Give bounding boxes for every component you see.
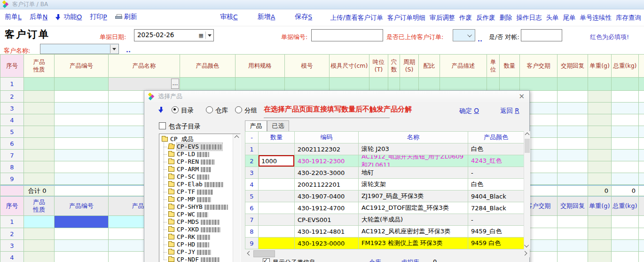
first-doc-button[interactable]: 头单 — [546, 14, 559, 22]
product-code: 430-1912-2300 — [295, 155, 359, 167]
table-row[interactable]: 420021122201滚轮支架白色 — [245, 179, 524, 191]
qty-cell[interactable] — [259, 202, 295, 214]
stock-query-button[interactable]: 库存查询 — [616, 14, 641, 22]
next-doc-button[interactable]: 后单N — [30, 13, 47, 21]
save-button[interactable]: 保存S — [295, 13, 312, 21]
qty-cell[interactable] — [259, 167, 295, 179]
scroll-right-icon[interactable] — [521, 250, 528, 257]
tree-item[interactable]: CP-XKD — [167, 226, 240, 233]
grid-cell — [588, 103, 612, 114]
grid-cell — [24, 216, 55, 228]
qty-cell[interactable] — [259, 179, 295, 191]
ok-button[interactable]: 确定 O — [459, 107, 479, 115]
void-button[interactable]: 作废 — [459, 14, 472, 22]
tree-item[interactable]: CP-WC — [167, 211, 240, 218]
scroll-up-icon[interactable] — [524, 131, 530, 138]
docno-input[interactable] — [311, 29, 383, 41]
qty-cell[interactable] — [259, 214, 295, 226]
tree-item[interactable]: CP-TF — [167, 188, 240, 196]
order-detail-button[interactable]: 客户订单明细 — [387, 14, 425, 22]
qty-cell[interactable] — [259, 226, 295, 238]
print-button[interactable]: 打印P — [90, 13, 107, 21]
radio-warehouse[interactable]: 仓库 — [206, 106, 228, 115]
uploaded-combo[interactable] — [453, 29, 475, 41]
tab-product[interactable]: 产品 — [245, 120, 267, 131]
tree-root-item[interactable]: CP 成品 — [161, 135, 240, 143]
tree-item[interactable]: CP-EVS — [167, 143, 240, 151]
upload-view-order-button[interactable]: 上传/查看客户订单 — [330, 14, 383, 22]
scroll-down-icon[interactable] — [524, 242, 530, 249]
uploaded-more-button[interactable]: .. — [478, 36, 482, 43]
docno-continuity-button[interactable]: 单号连续性 — [580, 14, 612, 22]
row-number: 1 — [0, 78, 24, 91]
app-window: 客户订单 / BA 前单L 后单N 功能O 打印P 刷新 审核C 新增A 保存S… — [0, 0, 644, 262]
new-button[interactable]: 新增A — [258, 13, 275, 21]
combo-dropdown-button[interactable] — [110, 45, 118, 53]
table-row[interactable]: 7CP-EVS001大轮盖(半成品)- — [245, 214, 524, 226]
tree-item[interactable]: CP-LD — [167, 151, 240, 158]
table-row[interactable]: 6430-1912-4700AC1912_DTOF固定盖_环保3类7284_Bl… — [245, 202, 524, 214]
table-row[interactable]: 1… — [0, 78, 644, 91]
last-doc-button[interactable]: 尾单 — [563, 14, 576, 22]
tree-scrollbar[interactable] — [233, 134, 240, 262]
close-icon[interactable]: ✕ — [518, 92, 525, 101]
table-horizontal-scrollbar[interactable] — [245, 249, 530, 257]
tree-item[interactable]: CP-SC — [167, 173, 240, 181]
tree-item[interactable]: CP-MDS — [167, 218, 240, 226]
censored-text — [197, 197, 211, 202]
table-row[interactable]: 120021122302滚轮 J203白色 — [245, 143, 524, 155]
table-row[interactable]: 3430-2203-3000地钉- — [245, 167, 524, 179]
tree-item[interactable]: CP-SHYB — [167, 203, 240, 211]
tree-item[interactable]: CP-RK — [167, 233, 240, 241]
tab-selected[interactable]: 已选 — [267, 120, 289, 131]
table-row[interactable]: 9430-1923-0000FM1923 检测仪上盖 环保3类9459 白色 — [245, 238, 524, 249]
audit-button[interactable]: 审核C — [220, 13, 238, 21]
radio-catalog[interactable]: 目录 — [172, 106, 194, 115]
qty-cell[interactable]: 1000 — [259, 155, 295, 167]
down-arrow-icon[interactable] — [158, 106, 164, 113]
radio-group[interactable]: 分组 — [235, 106, 257, 115]
back-button[interactable]: 返回 R — [500, 107, 519, 115]
table-row: 序号产品 性质产品编号产品名称产品颜色用料规格模号模具尺寸(cm)吨位 (T)穴… — [0, 54, 644, 78]
unvoid-button[interactable]: 反作废 — [476, 14, 495, 22]
table-row[interactable]: 5430-1907-0400ZJ1907_码盘_环保3类9404_Black — [245, 191, 524, 202]
prev-doc-button[interactable]: 前单L — [5, 13, 22, 21]
operation-log-button[interactable]: 操作日志 — [517, 14, 542, 22]
qty-cell[interactable] — [259, 238, 295, 249]
scroll-left-icon[interactable] — [246, 250, 253, 257]
refresh-button[interactable]: 刷新 — [115, 13, 137, 21]
show-subclass-checkbox[interactable]: 显示分子类信息 — [263, 258, 315, 262]
table-vertical-scrollbar[interactable] — [524, 131, 530, 249]
qty-input[interactable]: 1000 — [259, 155, 294, 167]
table-row[interactable]: 21000430-1912-2300AC1912_电源开关推钮_用于ZL0609… — [245, 155, 524, 167]
tree-item[interactable]: CP-MP — [167, 196, 240, 203]
column-header: 产品颜色 — [468, 131, 524, 143]
censored-text — [201, 167, 211, 172]
tree-item[interactable]: CP-Elab — [167, 181, 240, 188]
tree-item[interactable]: CP-REN — [167, 158, 240, 166]
tree-item[interactable]: CP-HD — [167, 241, 240, 248]
delete-button[interactable]: 删除 — [500, 14, 512, 22]
tree-item[interactable]: CP-ARM — [167, 166, 240, 173]
qty-cell[interactable] — [259, 191, 295, 202]
qty-cell[interactable] — [259, 143, 295, 155]
calendar-icon[interactable]: ▦ — [199, 32, 204, 39]
customer-more-button[interactable]: .. — [126, 47, 131, 54]
tree-item[interactable]: CP-JY — [167, 248, 240, 256]
column-header: 产品描述 — [440, 54, 487, 78]
functions-button[interactable]: 功能O — [55, 13, 82, 21]
customer-combo[interactable] — [40, 44, 119, 54]
reconcile-input[interactable] — [521, 29, 562, 41]
table-row[interactable]: 8430-1912-4801AC1912_风机座密封盖_环保3类9459_白色 — [245, 226, 524, 238]
product-picker-button[interactable]: … — [171, 79, 179, 89]
date-dropdown-icon[interactable] — [208, 34, 212, 37]
scroll-up-icon[interactable] — [233, 134, 240, 141]
date-input[interactable]: 2025-02-26 ▦ — [134, 29, 214, 41]
selected-cell[interactable] — [55, 216, 109, 228]
tree-item[interactable]: CP-NDF — [167, 256, 240, 262]
warehouse-label: 仓库 — [369, 258, 381, 262]
scroll-thumb[interactable] — [525, 139, 530, 153]
scroll-thumb[interactable] — [253, 250, 275, 257]
include-subfolder-checkbox[interactable]: 包含子目录 — [159, 122, 201, 131]
post-audit-adjust-button[interactable]: 审后调整 — [430, 14, 455, 22]
